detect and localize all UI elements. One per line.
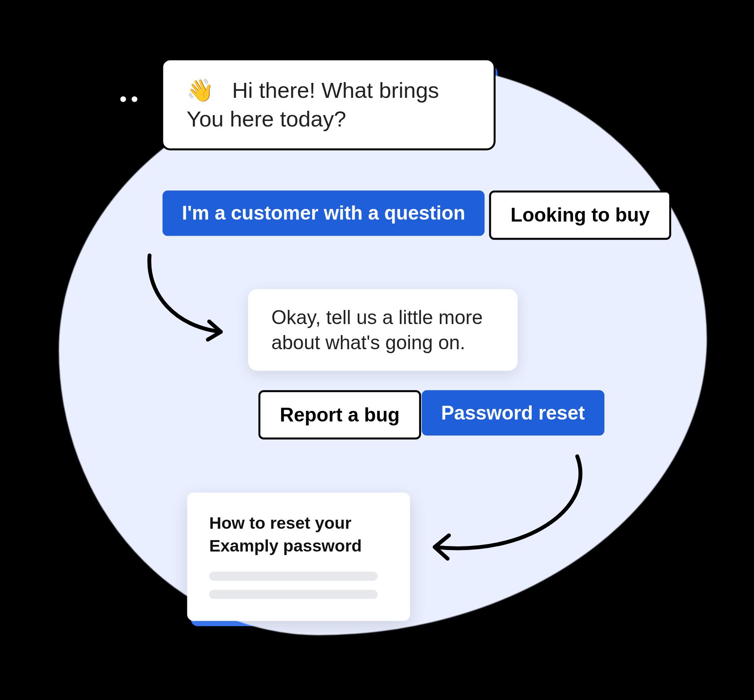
option-customer-question-button[interactable]: I'm a customer with a question bbox=[163, 191, 485, 236]
option-label: Password reset bbox=[441, 402, 585, 424]
wave-emoji: 👋 bbox=[187, 78, 214, 103]
article-skeleton-line bbox=[209, 572, 378, 581]
option-label: Looking to buy bbox=[511, 204, 650, 226]
option-password-reset-button[interactable]: Password reset bbox=[422, 390, 604, 435]
option-looking-to-buy-button[interactable]: Looking to buy bbox=[489, 191, 671, 240]
bot-avatar-icon bbox=[111, 77, 147, 113]
help-article-card[interactable]: How to reset your Examply password bbox=[187, 493, 410, 621]
option-label: I'm a customer with a question bbox=[182, 202, 465, 224]
svg-point-1 bbox=[120, 96, 126, 102]
option-label: Report a bug bbox=[280, 404, 400, 426]
svg-point-2 bbox=[132, 96, 137, 102]
article-title: How to reset your Examply password bbox=[209, 512, 388, 558]
followup-text: Okay, tell us a little more about what's… bbox=[271, 306, 483, 353]
bot-greeting-bubble: 👋 Hi there! What brings You here today? bbox=[161, 59, 496, 151]
bot-followup-bubble: Okay, tell us a little more about what's… bbox=[248, 289, 518, 371]
option-report-bug-button[interactable]: Report a bug bbox=[258, 390, 421, 439]
svg-point-4 bbox=[126, 80, 131, 84]
greeting-text: Hi there! What brings You here today? bbox=[187, 78, 439, 131]
svg-rect-0 bbox=[114, 90, 144, 108]
article-skeleton-line bbox=[209, 590, 378, 599]
